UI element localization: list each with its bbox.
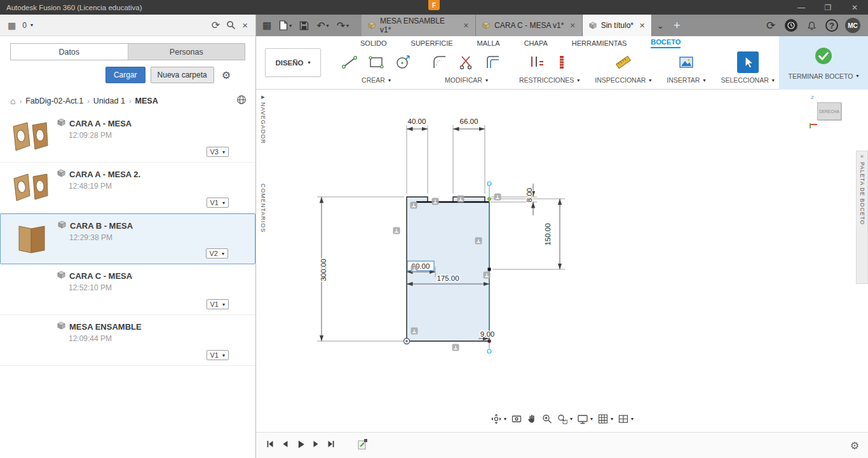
new-tab-button[interactable]: + xyxy=(668,15,685,36)
data-panel-toggle-icon[interactable]: ▦ xyxy=(262,20,271,31)
circle-tool-icon[interactable] xyxy=(392,51,414,73)
sketch-point-dark[interactable] xyxy=(487,339,491,343)
list-item[interactable]: MESA ENSAMBLE 12:09:44 PM V1▾ xyxy=(0,315,255,366)
sync-icon[interactable]: ⟳ xyxy=(764,18,778,32)
undo-icon[interactable]: ↶▾ xyxy=(316,20,329,32)
timeline-settings-gear-icon[interactable]: ⚙ xyxy=(850,440,859,452)
comments-panel-tab[interactable]: COMENTARIOS xyxy=(260,184,266,232)
close-panel-icon[interactable]: × xyxy=(242,20,248,30)
rectangle-tool-icon[interactable] xyxy=(365,51,387,73)
pan-icon[interactable] xyxy=(526,414,537,424)
timeline-skip-end-icon[interactable] xyxy=(327,440,336,451)
job-status-icon[interactable] xyxy=(785,19,797,32)
version-badge[interactable]: V1▾ xyxy=(207,299,229,309)
tab-datos[interactable]: Datos xyxy=(11,44,128,60)
version-badge[interactable]: V2▾ xyxy=(206,248,228,259)
redo-icon[interactable]: ↷▾ xyxy=(337,20,349,32)
home-icon[interactable]: ⌂ xyxy=(10,96,15,106)
finish-sketch-group[interactable]: TERMINAR BOCETO▾ xyxy=(779,36,868,90)
dimension-150[interactable]: 150.00 xyxy=(544,223,552,245)
doc-tab[interactable]: MESA ENSAMBLE v1* ✕ xyxy=(362,15,476,36)
horizontal-vertical-constraint-icon[interactable] xyxy=(526,51,547,73)
list-item[interactable]: CARA A - MESA 2. 12:48:19 PM V1▾ xyxy=(0,163,255,213)
account-avatar[interactable]: MC xyxy=(845,18,860,33)
zoom-window-icon[interactable]: ▾ xyxy=(557,414,573,424)
group-label-inspeccionar[interactable]: INSPECCIONAR▾ xyxy=(595,76,651,84)
help-icon[interactable]: ? xyxy=(825,19,838,32)
sketch-palette-tab[interactable]: « PALETA DE BOCETO xyxy=(856,151,868,284)
search-icon[interactable] xyxy=(226,20,236,30)
group-label-restricciones[interactable]: RESTRICCIONES▾ xyxy=(519,76,580,84)
dimension-40[interactable]: 40.00 xyxy=(408,118,426,125)
dimension-8[interactable]: 8.00 xyxy=(526,188,533,202)
menu-herramientas[interactable]: HERRAMIENTAS xyxy=(572,39,627,48)
tab-close-icon[interactable]: ✕ xyxy=(639,22,645,30)
offset-tool-icon[interactable] xyxy=(482,51,504,73)
list-item[interactable]: CARA C - MESA 12:52:10 PM V1▾ xyxy=(0,264,255,315)
coincident-constraint-icon[interactable] xyxy=(552,51,574,73)
insert-image-icon[interactable] xyxy=(675,51,697,73)
grid-settings-icon[interactable]: ▾ xyxy=(597,414,613,424)
timeline-step-back-icon[interactable] xyxy=(280,440,290,451)
select-tool-icon[interactable] xyxy=(737,51,759,73)
notifications-bell-icon[interactable] xyxy=(804,18,818,32)
timeline-play-icon[interactable] xyxy=(295,440,306,452)
display-settings-icon[interactable]: ▾ xyxy=(577,414,593,424)
line-tool-icon[interactable] xyxy=(339,51,360,73)
list-item-selected[interactable]: CARA B - MESA 12:29:38 PM V2▾ xyxy=(0,213,255,264)
doc-tab-active[interactable]: Sin título* ✕ xyxy=(583,15,653,36)
group-label-modificar[interactable]: MODIFICAR▾ xyxy=(445,76,488,84)
file-menu-icon[interactable]: ▾ xyxy=(279,20,292,30)
upload-button[interactable]: Cargar xyxy=(105,67,146,83)
tab-personas[interactable]: Personas xyxy=(128,44,245,60)
list-item[interactable]: CARA A - MESA 12:09:28 PM V3▾ xyxy=(0,112,255,163)
dimension-66[interactable]: 66.00 xyxy=(460,118,478,125)
navigator-panel-tab[interactable]: ▶ NAVEGADOR xyxy=(260,95,266,144)
minimize-button[interactable]: — xyxy=(788,0,815,15)
fillet-tool-icon[interactable] xyxy=(429,51,451,73)
maximize-button[interactable]: ❐ xyxy=(815,0,841,15)
refresh-icon[interactable]: ⟳ xyxy=(212,19,220,31)
look-at-icon[interactable] xyxy=(511,414,522,424)
panel-settings-gear-icon[interactable]: ⚙ xyxy=(222,69,231,81)
sketch-point-green[interactable] xyxy=(488,198,491,201)
viewcube-face[interactable]: DERECHA xyxy=(817,102,841,120)
people-grid-icon[interactable]: ▦ xyxy=(8,20,16,30)
menu-superficie[interactable]: SUPERFICIE xyxy=(411,39,453,48)
group-label-insertar[interactable]: INSERTAR▾ xyxy=(667,76,705,84)
version-badge[interactable]: V1▾ xyxy=(207,350,229,360)
breadcrumb-project[interactable]: FabDig-02-Act.1 xyxy=(25,97,83,105)
workspace-selector[interactable]: DISEÑO▾ xyxy=(265,48,321,77)
sketch-point-black[interactable] xyxy=(488,268,491,271)
tab-close-icon[interactable]: ✕ xyxy=(569,22,575,30)
menu-solido[interactable]: SOLIDO xyxy=(360,39,387,48)
doc-tab[interactable]: CARA C - MESA v1* ✕ xyxy=(476,15,583,36)
menu-malla[interactable]: MALLA xyxy=(477,39,500,48)
new-folder-button[interactable]: Nueva carpeta xyxy=(151,67,214,83)
sketch-canvas[interactable]: 40.00 66.00 8.00 150.00 300.00 175.00 9.… xyxy=(256,90,868,432)
dimension-175[interactable]: 175.00 xyxy=(437,274,459,282)
measure-tool-icon[interactable] xyxy=(613,51,634,73)
origin-point[interactable] xyxy=(404,339,410,344)
dimension-9[interactable]: 9.00 xyxy=(480,330,494,338)
menu-boceto-active[interactable]: BOCETO xyxy=(651,38,681,48)
construction-endpoint-top[interactable] xyxy=(487,182,491,185)
tab-list-dropdown-icon[interactable]: ⌄ xyxy=(652,15,668,36)
version-badge[interactable]: V1▾ xyxy=(207,198,229,208)
trim-tool-icon[interactable] xyxy=(456,51,477,73)
viewcube[interactable]: Z DERECHA xyxy=(813,97,846,126)
orbit-icon[interactable]: ▾ xyxy=(491,414,506,424)
member-count-dropdown[interactable]: 0 ▾ xyxy=(22,21,33,30)
group-label-seleccionar[interactable]: SELECCIONAR▾ xyxy=(721,76,774,84)
group-label-crear[interactable]: CREAR▾ xyxy=(362,76,391,84)
save-icon[interactable] xyxy=(299,21,309,30)
close-button[interactable]: ✕ xyxy=(841,0,868,15)
breadcrumb-folder[interactable]: Unidad 1 xyxy=(93,97,125,105)
zoom-icon[interactable] xyxy=(541,414,552,424)
sketch-feature-marker[interactable] xyxy=(356,438,369,453)
construction-endpoint-bottom[interactable] xyxy=(487,349,491,353)
viewports-icon[interactable]: ▾ xyxy=(618,414,634,424)
dimension-300[interactable]: 300.00 xyxy=(320,259,327,281)
web-link-globe-icon[interactable] xyxy=(236,95,247,107)
fusion-logo-icon[interactable]: F xyxy=(428,0,440,10)
